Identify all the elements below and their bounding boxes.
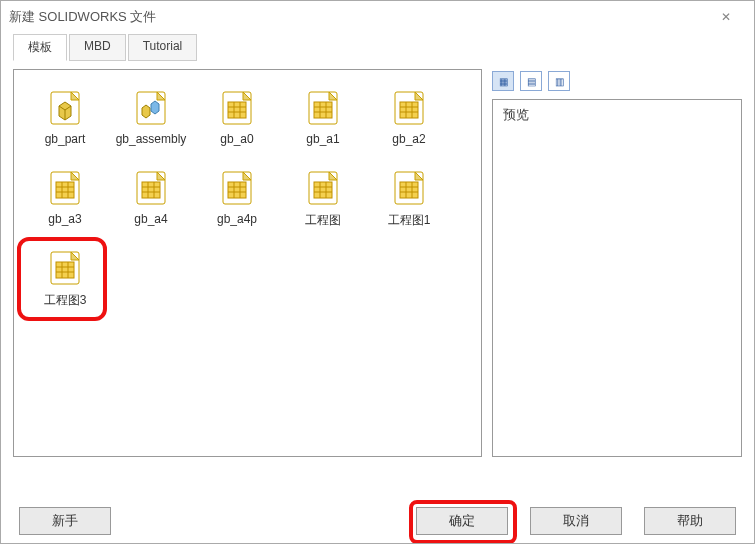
drawing-file-icon bbox=[135, 168, 167, 206]
assembly-file-icon bbox=[135, 88, 167, 126]
titlebar: 新建 SOLIDWORKS 文件 ✕ bbox=[1, 1, 754, 33]
tab-strip: 模板 MBD Tutorial bbox=[1, 33, 754, 61]
close-icon: ✕ bbox=[721, 10, 731, 24]
file-item[interactable]: gb_a4p bbox=[194, 162, 280, 242]
drawing-file-icon bbox=[393, 168, 425, 206]
view-list-button[interactable]: ▤ bbox=[520, 71, 542, 91]
file-label: 工程图3 bbox=[44, 292, 87, 309]
tab-mbd[interactable]: MBD bbox=[69, 34, 126, 61]
content-area: gb_partgb_assemblygb_a0gb_a1gb_a2gb_a3gb… bbox=[1, 61, 754, 465]
file-label: 工程图 bbox=[305, 212, 341, 229]
drawing-file-icon bbox=[307, 168, 339, 206]
svg-rect-33 bbox=[228, 182, 246, 198]
file-label: gb_assembly bbox=[116, 132, 187, 146]
cancel-button[interactable]: 取消 bbox=[530, 507, 622, 535]
preview-label: 预览 bbox=[503, 106, 731, 124]
drawing-file-icon bbox=[221, 88, 253, 126]
file-label: gb_a1 bbox=[306, 132, 339, 146]
svg-rect-51 bbox=[56, 262, 74, 278]
ok-button[interactable]: 确定 bbox=[416, 507, 508, 535]
drawing-file-icon bbox=[221, 168, 253, 206]
svg-rect-21 bbox=[56, 182, 74, 198]
file-label: gb_a3 bbox=[48, 212, 81, 226]
tab-templates[interactable]: 模板 bbox=[13, 34, 67, 61]
svg-rect-39 bbox=[314, 182, 332, 198]
drawing-file-icon bbox=[393, 88, 425, 126]
file-list-pane: gb_partgb_assemblygb_a0gb_a1gb_a2gb_a3gb… bbox=[13, 69, 482, 457]
file-label: gb_a4p bbox=[217, 212, 257, 226]
file-label: gb_part bbox=[45, 132, 86, 146]
view-large-icons-button[interactable]: ▦ bbox=[492, 71, 514, 91]
large-icons-icon: ▦ bbox=[499, 76, 508, 87]
file-label: gb_a0 bbox=[220, 132, 253, 146]
file-item[interactable]: gb_assembly bbox=[108, 82, 194, 162]
tab-tutorial[interactable]: Tutorial bbox=[128, 34, 198, 61]
file-item[interactable]: gb_part bbox=[22, 82, 108, 162]
close-button[interactable]: ✕ bbox=[706, 1, 746, 33]
side-pane: ▦ ▤ ▥ 预览 bbox=[492, 69, 742, 457]
preview-pane: 预览 bbox=[492, 99, 742, 457]
svg-rect-45 bbox=[400, 182, 418, 198]
list-icon: ▤ bbox=[527, 76, 536, 87]
file-item[interactable]: 工程图3 bbox=[22, 242, 108, 322]
view-details-button[interactable]: ▥ bbox=[548, 71, 570, 91]
file-item[interactable]: 工程图 bbox=[280, 162, 366, 242]
file-grid: gb_partgb_assemblygb_a0gb_a1gb_a2gb_a3gb… bbox=[22, 82, 473, 322]
file-item[interactable]: gb_a4 bbox=[108, 162, 194, 242]
drawing-file-icon bbox=[307, 88, 339, 126]
file-item[interactable]: gb_a3 bbox=[22, 162, 108, 242]
file-item[interactable]: 工程图1 bbox=[366, 162, 452, 242]
view-mode-toolbar: ▦ ▤ ▥ bbox=[492, 69, 742, 93]
file-item[interactable]: gb_a1 bbox=[280, 82, 366, 162]
file-item[interactable]: gb_a2 bbox=[366, 82, 452, 162]
drawing-file-icon bbox=[49, 248, 81, 286]
footer-bar: 新手 确定 取消 帮助 bbox=[1, 507, 754, 535]
svg-rect-3 bbox=[228, 102, 246, 118]
svg-rect-9 bbox=[314, 102, 332, 118]
window-title: 新建 SOLIDWORKS 文件 bbox=[9, 8, 706, 26]
details-icon: ▥ bbox=[555, 76, 564, 87]
svg-rect-15 bbox=[400, 102, 418, 118]
svg-rect-27 bbox=[142, 182, 160, 198]
file-label: 工程图1 bbox=[388, 212, 431, 229]
part-file-icon bbox=[49, 88, 81, 126]
file-item[interactable]: gb_a0 bbox=[194, 82, 280, 162]
novice-button[interactable]: 新手 bbox=[19, 507, 111, 535]
help-button[interactable]: 帮助 bbox=[644, 507, 736, 535]
drawing-file-icon bbox=[49, 168, 81, 206]
file-label: gb_a2 bbox=[392, 132, 425, 146]
file-label: gb_a4 bbox=[134, 212, 167, 226]
